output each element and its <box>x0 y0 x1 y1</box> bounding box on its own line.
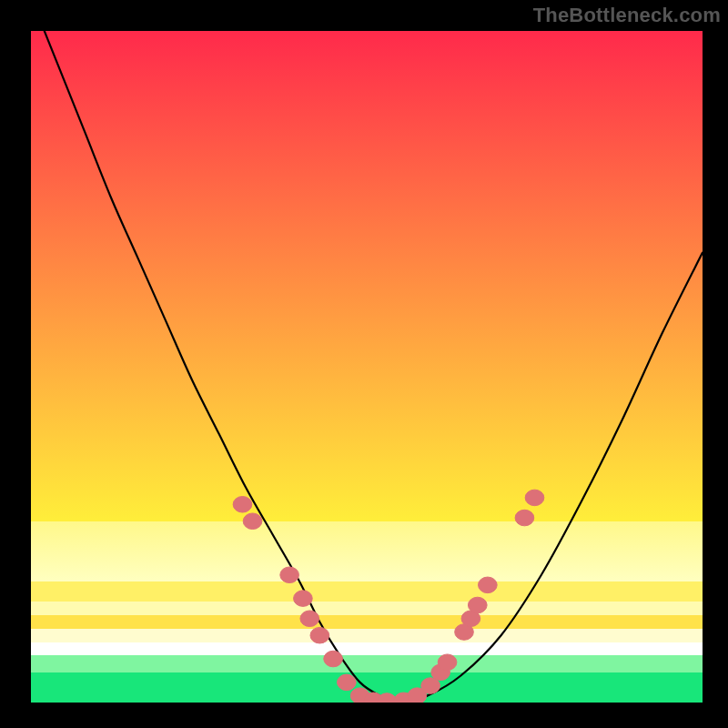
data-marker <box>294 591 313 607</box>
data-marker <box>324 651 343 667</box>
data-marker <box>233 497 252 513</box>
data-marker <box>243 513 262 530</box>
data-marker <box>280 567 299 583</box>
chart-overlay <box>31 31 703 703</box>
data-marker <box>438 654 457 671</box>
data-marker <box>515 510 534 526</box>
plot-area <box>31 31 703 703</box>
bottleneck-curve <box>31 31 703 703</box>
data-marker <box>468 597 487 613</box>
data-marker <box>479 577 498 593</box>
chart-frame: TheBottleneck.com <box>0 0 728 728</box>
data-marker <box>338 674 357 691</box>
watermark-text: TheBottleneck.com <box>533 4 721 27</box>
data-marker <box>310 627 329 643</box>
data-marker <box>525 490 544 506</box>
data-marker <box>300 611 319 627</box>
